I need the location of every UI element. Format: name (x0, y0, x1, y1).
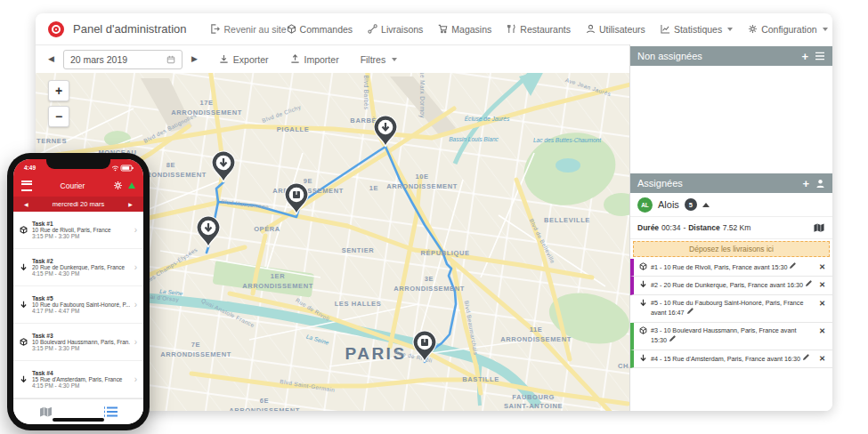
chevron-down-icon (823, 28, 828, 31)
list-icon[interactable] (103, 406, 118, 418)
remove-task-button[interactable]: ✕ (816, 280, 828, 289)
svg-text:8E: 8E (166, 161, 175, 169)
remove-task-button[interactable]: ✕ (816, 299, 828, 308)
package-icon (639, 326, 647, 334)
remove-task-button[interactable]: ✕ (816, 354, 828, 363)
svg-text:ARRONDISSEMENT: ARRONDISSEMENT (393, 285, 465, 293)
chevron-down-icon (727, 28, 733, 31)
phone-date-bar: ◀ mercredi 20 mars ▶ (13, 197, 143, 212)
arrow-down-icon (639, 299, 647, 307)
zoom-out-button[interactable]: − (48, 106, 69, 127)
map-toolbar: ◀ 20 mars 2019 ▶ Exporter Importer Filtr… (36, 45, 654, 73)
chevron-up-icon (702, 203, 710, 207)
chevron-right-icon: › (134, 375, 137, 384)
filters-dropdown[interactable]: Filtres (361, 54, 398, 65)
svg-text:Lac des Buttes-Chaumont: Lac des Buttes-Chaumont (533, 137, 602, 143)
list-icon[interactable] (815, 52, 825, 60)
prev-day-arrow[interactable]: ◀ (24, 201, 28, 207)
chevron-right-icon: › (134, 301, 137, 309)
app-logo-icon[interactable] (48, 21, 64, 37)
top-header: Panel d'administration Revenir au site C… (36, 13, 832, 45)
unassigned-empty-area (630, 66, 832, 173)
phone-task-row[interactable]: Task #2 20 Rue de Dunkerque, Paris, Fran… (13, 249, 143, 286)
map-icon[interactable] (813, 222, 825, 233)
nav-item-utilisateurs[interactable]: Utilisateurs (586, 24, 645, 35)
phone-task-row[interactable]: Task #1 10 Rue de Rivoli, Paris, France … (13, 212, 143, 249)
nav-item-livraisons[interactable]: Livraisons (368, 24, 423, 35)
map-zoom-controls: + − (48, 80, 68, 132)
calendar-icon (166, 55, 175, 64)
add-delivery-button[interactable]: + (801, 51, 808, 62)
package-icon (639, 262, 647, 270)
menu-icon[interactable] (21, 181, 32, 191)
gps-indicator-icon (128, 182, 135, 189)
edit-icon[interactable] (686, 308, 694, 315)
arrow-down-icon (20, 301, 28, 309)
date-picker[interactable]: 20 mars 2019 (63, 50, 183, 69)
courier-row[interactable]: AL Alois 5 (630, 193, 832, 216)
nav-item-configuration[interactable]: Configuration (748, 24, 827, 35)
back-to-site-link[interactable]: Revenir au site (210, 24, 287, 35)
edit-icon[interactable] (805, 280, 812, 287)
svg-text:ARRONDISSEMENT: ARRONDISSEMENT (229, 406, 300, 411)
svg-text:ARRONDISSEMENT: ARRONDISSEMENT (500, 335, 572, 343)
svg-text:Rue Marx Dormoy: Rue Marx Dormoy (418, 73, 426, 118)
assigned-task-row[interactable]: #1 - 10 Rue de Rivoli, Paris, France ava… (630, 259, 832, 277)
unassigned-panel-header: Non assignées + (630, 46, 832, 66)
phone-task-row[interactable]: Task #5 10 Rue du Faubourg Saint-Honoré,… (13, 286, 143, 324)
cube-icon (287, 24, 296, 34)
courier-avatar: AL (637, 197, 653, 213)
export-button[interactable]: Exporter (219, 54, 269, 65)
assigned-task-row[interactable]: #3 - 10 Boulevard Haussmann, Paris, Fran… (630, 323, 832, 350)
map-icon[interactable] (38, 406, 53, 418)
nav-item-commandes[interactable]: Commandes (287, 24, 353, 35)
phone-app-title: Courier (32, 181, 113, 190)
home-indicator[interactable] (53, 418, 104, 422)
svg-text:SAINT-ANTOINE: SAINT-ANTOINE (504, 402, 563, 410)
edit-icon[interactable] (669, 335, 676, 342)
task-count-badge: 5 (685, 198, 697, 211)
svg-text:BELLEVILLE: BELLEVILLE (544, 216, 590, 224)
user-icon (586, 24, 596, 34)
exit-icon (210, 24, 220, 34)
chart-icon (661, 24, 670, 34)
remove-task-button[interactable]: ✕ (816, 326, 828, 335)
delivery-dropzone[interactable]: Déposez les livraisons ici (633, 241, 830, 257)
page-title: Panel d'administration (73, 22, 187, 36)
remove-task-button[interactable]: ✕ (816, 262, 828, 271)
svg-text:ARRONDISSEMENT: ARRONDISSEMENT (242, 282, 313, 290)
nav-item-statistiques[interactable]: Statistiques (661, 24, 733, 35)
next-day-button[interactable]: ▶ (191, 55, 198, 63)
svg-text:1ER: 1ER (271, 272, 285, 280)
chevron-down-icon (392, 58, 397, 61)
svg-text:FAUBOURG: FAUBOURG (512, 393, 555, 401)
route-summary: Durée 00:34 - Distance 7.52 Km (630, 216, 832, 239)
import-button[interactable]: Importer (290, 54, 339, 65)
nav-item-restaurants[interactable]: Restaurants (507, 24, 571, 35)
prev-day-button[interactable]: ◀ (48, 55, 54, 63)
package-icon (20, 226, 28, 234)
package-icon (421, 339, 428, 346)
svg-text:CHA: CHA (618, 362, 629, 370)
svg-text:PIGALLE: PIGALLE (277, 125, 310, 133)
phone-task-row[interactable]: Task #4 15 Rue d'Amsterdam, Paris, Franc… (13, 361, 143, 398)
phone-app-header: Courier (13, 174, 143, 197)
next-day-arrow[interactable]: ▶ (128, 201, 133, 207)
nav-item-magasins[interactable]: Magasins (438, 24, 491, 35)
edit-icon[interactable] (802, 354, 809, 361)
zoom-in-button[interactable]: + (48, 80, 69, 101)
svg-text:1E: 1E (369, 184, 378, 192)
gear-icon[interactable] (113, 181, 123, 190)
add-delivery-button[interactable]: + (802, 178, 809, 189)
assigned-task-row[interactable]: #2 - 20 Rue de Dunkerque, Paris, France … (630, 277, 832, 294)
phone-task-row[interactable]: Task #3 10 Boulevard Haussmann, Paris, F… (13, 324, 143, 361)
admin-window: Panel d'administration Revenir au site C… (36, 13, 832, 411)
upload-icon (290, 54, 300, 64)
assigned-task-row[interactable]: #4 - 15 Rue d'Amsterdam, Paris, France a… (630, 350, 832, 368)
assigned-task-row[interactable]: #5 - 10 Rue du Faubourg Saint-Honoré, Pa… (630, 295, 832, 323)
add-courier-icon[interactable] (815, 179, 825, 189)
arrow-down-icon (20, 375, 28, 383)
wifi-battery-icons (111, 165, 134, 172)
edit-icon[interactable] (789, 262, 796, 269)
svg-text:RÉPUBLIQUE: RÉPUBLIQUE (420, 249, 469, 257)
